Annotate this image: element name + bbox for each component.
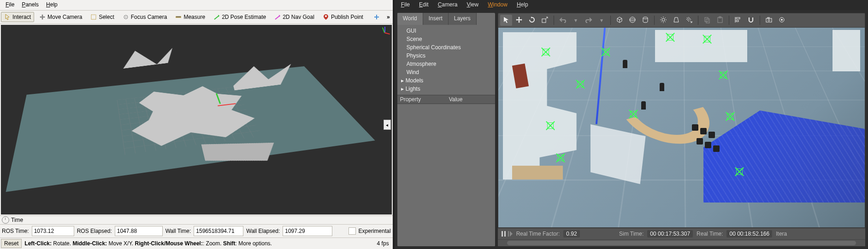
hint-shift-t: : More options. [236, 240, 272, 247]
gazebo-hscroll[interactable] [498, 239, 865, 246]
tool-2d-pose-estimate[interactable]: 2D Pose Estimate [210, 12, 269, 22]
chair-model [697, 138, 703, 145]
gazebo-3d-viewport[interactable] [498, 28, 865, 228]
waypoint-marker [701, 33, 713, 45]
insert-directional-light[interactable] [683, 15, 695, 26]
tool-align[interactable] [732, 15, 744, 26]
tool-interact[interactable]: Interact [1, 12, 34, 22]
tree-physics[interactable]: Physics [401, 52, 491, 60]
tool-interact-label: Interact [12, 14, 31, 20]
sun-icon [660, 16, 667, 25]
insert-spot-light[interactable] [670, 15, 682, 26]
experimental-checkbox[interactable] [348, 227, 356, 235]
tree-models[interactable]: ▸Models [401, 76, 491, 85]
tool-redo-menu[interactable]: ▾ [596, 15, 608, 26]
tree-atmosphere[interactable]: Atmosphere [401, 60, 491, 68]
tool-select-label: Select [99, 14, 114, 20]
rviz-toolbar: Interact Move Camera Select Focus Camera… [0, 11, 393, 24]
gz-menu-view[interactable]: View [463, 0, 482, 10]
insert-cylinder[interactable] [639, 15, 651, 26]
wall-elapsed-field[interactable] [283, 226, 332, 236]
record-icon [778, 16, 785, 25]
toolbar-overflow[interactable]: » [385, 13, 392, 21]
tool-snap[interactable] [745, 15, 757, 26]
tree-lights[interactable]: ▸Lights [401, 85, 491, 93]
spotlight-icon [673, 16, 680, 25]
tool-redo[interactable] [583, 15, 595, 26]
chair-model [700, 128, 707, 134]
expand-icon[interactable]: ▸ [401, 85, 406, 93]
chair-model [705, 142, 711, 148]
tool-paste[interactable] [714, 15, 726, 26]
tree-wind[interactable]: Wind [401, 68, 491, 76]
pose-estimate-icon [213, 14, 220, 20]
tool-log[interactable] [776, 15, 788, 26]
gz-menu-window[interactable]: Window [484, 0, 511, 10]
hint-left-t: Rotate. [52, 240, 72, 247]
gz-menu-edit[interactable]: Edit [415, 0, 432, 10]
tab-insert[interactable]: Insert [423, 13, 449, 25]
menu-panels[interactable]: Panels [18, 0, 42, 10]
tool-undo-menu[interactable]: ▾ [570, 15, 582, 26]
pause-button[interactable] [502, 231, 506, 237]
tool-2d-nav-goal[interactable]: 2D Nav Goal [271, 12, 318, 22]
tree-gui[interactable]: GUI [401, 27, 491, 35]
nav-goal-icon [274, 14, 281, 20]
ros-elapsed-field[interactable] [115, 226, 163, 236]
svg-line-22 [665, 17, 666, 18]
insert-box[interactable] [614, 15, 626, 26]
tree-spherical[interactable]: Spherical Coordinates [401, 43, 491, 52]
gz-menu-camera[interactable]: Camera [434, 0, 461, 10]
clock-icon [2, 216, 9, 224]
world-tree[interactable]: GUI Scene Spherical Coordinates Physics … [397, 25, 495, 95]
reset-button[interactable]: Reset [1, 239, 22, 248]
property-col: Property [397, 95, 446, 104]
tool-undo[interactable] [557, 15, 569, 26]
rtf-value: 0.92 [563, 230, 579, 237]
magnet-icon [747, 16, 755, 25]
person-model [623, 60, 627, 68]
tab-world[interactable]: World [397, 13, 423, 25]
tool-publish-point-label: Publish Point [331, 14, 363, 20]
svg-point-13 [643, 17, 648, 19]
ros-time-field[interactable] [32, 226, 74, 236]
tool-rotate[interactable] [526, 15, 538, 26]
gz-menu-help[interactable]: Help [513, 0, 532, 10]
panel-expand-handle[interactable]: ◂ [384, 120, 391, 130]
tool-copy[interactable] [701, 15, 713, 26]
sim-time-label: Sim Time: [619, 231, 644, 237]
tool-translate[interactable] [513, 15, 525, 26]
insert-sphere[interactable] [626, 15, 638, 26]
tool-scale[interactable] [539, 15, 551, 26]
wall-time-field[interactable] [194, 226, 243, 236]
time-panel-header[interactable]: Time [0, 215, 393, 225]
rviz-3d-viewport[interactable]: ◂ [1, 25, 392, 214]
rotate-icon [528, 16, 536, 25]
svg-rect-28 [718, 17, 722, 23]
menu-file[interactable]: File [2, 0, 18, 10]
waypoint-marker [664, 31, 676, 43]
chevron-down-icon: ▾ [574, 17, 577, 23]
axis-gizmo[interactable] [378, 26, 391, 39]
tool-add-display[interactable] [370, 12, 383, 22]
tool-focus-camera[interactable]: Focus Camera [119, 12, 171, 22]
tab-layers[interactable]: Layers [449, 13, 477, 25]
step-button[interactable] [508, 231, 513, 237]
tool-publish-point[interactable]: Publish Point [319, 12, 366, 22]
measure-icon [175, 14, 182, 20]
hint-mid-t: Move X/Y. [107, 240, 135, 247]
scale-icon [541, 16, 549, 25]
tree-scene[interactable]: Scene [401, 35, 491, 43]
tool-screenshot[interactable] [763, 15, 775, 26]
gz-menu-file[interactable]: File [397, 0, 413, 10]
insert-point-light[interactable] [657, 15, 669, 26]
svg-line-20 [665, 21, 666, 22]
menu-help[interactable]: Help [42, 0, 61, 10]
tool-arrow[interactable] [500, 15, 512, 26]
tool-move-camera[interactable]: Move Camera [36, 12, 85, 22]
tool-select[interactable]: Select [87, 12, 117, 22]
hint-shift-b: Shift [223, 240, 236, 247]
svg-rect-33 [766, 18, 772, 22]
tool-measure[interactable]: Measure [172, 12, 208, 22]
expand-icon[interactable]: ▸ [401, 76, 406, 85]
